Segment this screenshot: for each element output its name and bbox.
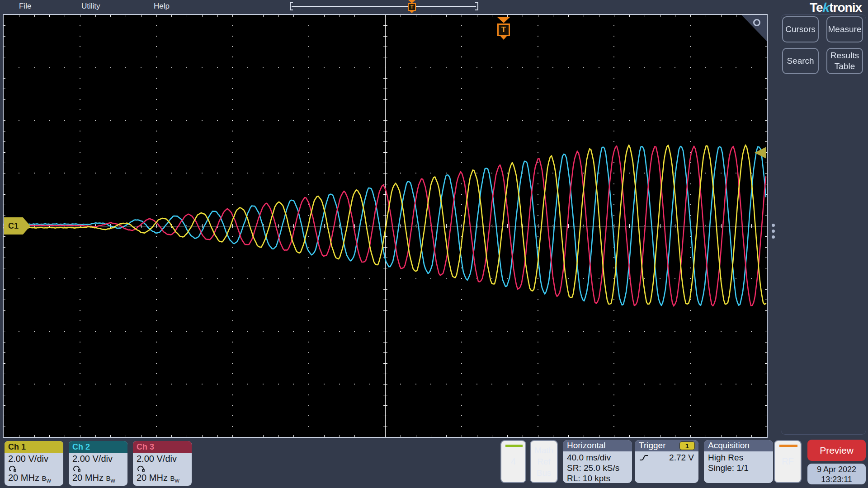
- magnifier-icon: [753, 19, 760, 26]
- channel3-badge[interactable]: Ch 3 2.00 V/div 20 MHz BW: [133, 441, 192, 486]
- rf-label: RF: [782, 456, 794, 467]
- channel3-name: Ch 3: [133, 441, 192, 453]
- acquisition-status: Single: 1/1: [708, 463, 773, 473]
- rail-drag-handle[interactable]: [772, 221, 776, 241]
- acquisition-title: Acquisition: [704, 440, 773, 451]
- horizontal-position-slider[interactable]: [292, 6, 476, 7]
- channel3-scale: 2.00 V/div: [137, 453, 192, 464]
- trigger-position-marker[interactable]: T: [496, 17, 511, 42]
- rf-button[interactable]: RF: [774, 440, 802, 483]
- bw-label: B: [106, 474, 110, 482]
- trigger-marker-tip-icon: [500, 36, 507, 40]
- measure-button[interactable]: Measure: [826, 16, 863, 42]
- sample-rate: SR: 25.0 kS/s: [567, 463, 632, 473]
- trigger-title: Trigger: [639, 441, 665, 450]
- time-text: 13:23:11: [807, 474, 866, 484]
- rf-indicator: [779, 445, 797, 447]
- ref-label: Ref: [537, 456, 551, 467]
- menu-help[interactable]: Help: [154, 2, 170, 11]
- right-rail: Cursors Measure Search Results Table: [769, 14, 868, 438]
- bw-sub: W: [175, 478, 179, 483]
- datetime-badge[interactable]: 9 Apr 2022 13:23:11: [807, 464, 866, 484]
- logo-text-2: tronix: [829, 0, 862, 14]
- trigger-position-handle[interactable]: T: [407, 0, 416, 14]
- waveform-canvas[interactable]: [4, 15, 767, 437]
- trigger-level: 2.72 V: [653, 452, 694, 463]
- acquisition-panel[interactable]: Acquisition High Res Single: 1/1: [704, 440, 773, 483]
- channel4-indicator: [505, 445, 523, 447]
- trigger-level-arrow[interactable]: [755, 147, 766, 159]
- math-label: Math: [534, 445, 553, 456]
- acquisition-mode: High Res: [708, 452, 773, 463]
- trigger-marker-arrow-icon: [497, 17, 510, 23]
- search-button[interactable]: Search: [782, 48, 819, 74]
- waveform-display-area[interactable]: C1 T: [3, 14, 768, 438]
- probe-icon: [72, 464, 127, 472]
- preview-button[interactable]: Preview: [807, 440, 866, 461]
- bw-label: B: [170, 474, 175, 482]
- menu-bar: File Utility Help T Tektronix: [0, 0, 868, 14]
- record-length: RL: 10 kpts: [567, 473, 632, 483]
- channel2-bandwidth: 20 MHz: [72, 473, 104, 483]
- bw-sub: W: [110, 478, 115, 483]
- slider-left-bracket: [290, 2, 293, 10]
- channel1-scale: 2.00 V/div: [8, 453, 63, 464]
- horizontal-scale: 40.0 ms/div: [567, 452, 632, 463]
- trigger-handle-tip-icon: [410, 11, 414, 13]
- rising-edge-icon: [639, 454, 649, 462]
- oscilloscope-screen: File Utility Help T Tektronix C1 T: [0, 0, 868, 488]
- channel1-bandwidth: 20 MHz: [8, 473, 39, 483]
- logo-text: Te: [810, 0, 823, 14]
- slider-right-bracket: [475, 2, 478, 10]
- channel2-scale: 2.00 V/div: [72, 453, 127, 464]
- menu-utility[interactable]: Utility: [81, 2, 100, 11]
- horizontal-title: Horizontal: [563, 440, 632, 451]
- bw-sub: W: [46, 478, 51, 483]
- menu-file[interactable]: File: [19, 2, 31, 11]
- trigger-handle-arrow-icon: [408, 0, 415, 3]
- channel1-badge[interactable]: Ch 1 2.00 V/div 20 MHz BW: [5, 441, 63, 486]
- channel2-badge[interactable]: Ch 2 2.00 V/div 20 MHz BW: [69, 441, 127, 486]
- trigger-marker-label: T: [497, 23, 510, 36]
- cursors-button[interactable]: Cursors: [782, 16, 819, 42]
- probe-icon: [8, 464, 63, 472]
- status-bar: Ch 1 2.00 V/div 20 MHz BW Ch 2 2.00 V/di…: [0, 438, 868, 488]
- channel3-bandwidth: 20 MHz: [137, 473, 168, 483]
- date-text: 9 Apr 2022: [807, 465, 866, 474]
- trigger-source-badge: 1: [679, 441, 695, 450]
- results-table-button[interactable]: Results Table: [826, 48, 863, 74]
- probe-icon: [137, 464, 192, 472]
- horizontal-panel[interactable]: Horizontal 40.0 ms/div SR: 25.0 kS/s RL:…: [563, 440, 632, 483]
- channel2-name: Ch 2: [69, 441, 127, 453]
- bus-label: Bus: [537, 467, 552, 479]
- trigger-panel[interactable]: Trigger 1 2.72 V: [635, 440, 698, 483]
- tektronix-logo: Tektronix: [810, 0, 862, 15]
- channel4-label: 4: [511, 456, 516, 467]
- channel4-button[interactable]: 4: [500, 440, 526, 483]
- bw-label: B: [42, 474, 46, 482]
- results-panel-outline: [781, 14, 866, 435]
- math-ref-bus-button[interactable]: Math Ref Bus: [530, 440, 558, 483]
- channel1-name: Ch 1: [5, 441, 63, 453]
- trigger-handle-label: T: [408, 3, 416, 11]
